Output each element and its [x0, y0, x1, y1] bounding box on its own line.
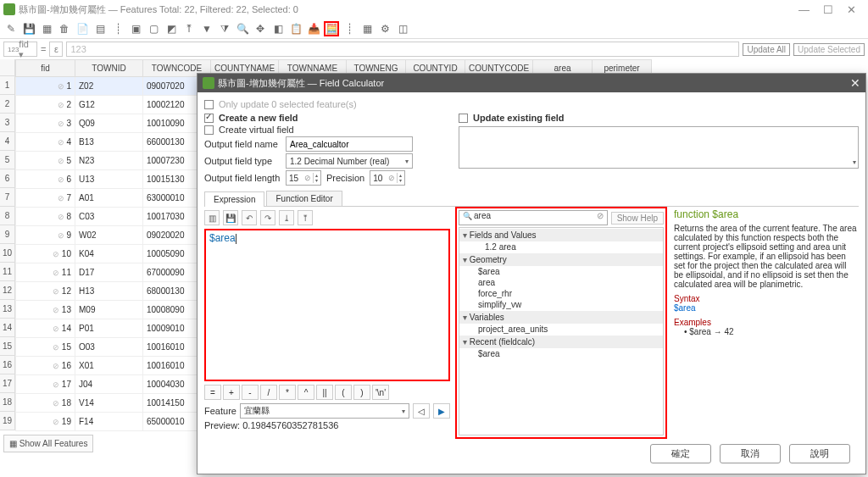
output-length-spin[interactable]: 15⊘ — [286, 170, 321, 186]
tree-item-dollar-area[interactable]: $area — [459, 266, 663, 277]
paste-icon[interactable]: 📥 — [306, 21, 321, 36]
row-number[interactable]: 12 — [0, 281, 15, 300]
cell[interactable]: ⊘ 16 — [16, 357, 75, 375]
dialog-close-icon[interactable]: ✕ — [850, 76, 860, 90]
operator-button[interactable]: ) — [353, 385, 370, 400]
settings-icon[interactable]: ⚙ — [377, 21, 392, 36]
cell[interactable]: ⊘ 2 — [16, 96, 75, 114]
field-combo[interactable]: 123 123fid ▾ — [3, 42, 37, 57]
filter2-icon[interactable]: ⧩ — [217, 21, 232, 36]
cell[interactable]: J04 — [75, 375, 143, 394]
cell[interactable]: M09 — [75, 301, 143, 319]
cell[interactable]: V14 — [75, 394, 143, 413]
operator-button[interactable]: * — [279, 385, 296, 400]
conditional-format-icon[interactable]: ▦ — [359, 21, 375, 36]
tree-group-recent[interactable]: Recent (fieldcalc) — [459, 336, 663, 348]
cell[interactable]: ⊘ 13 — [16, 301, 75, 319]
show-help-button[interactable]: Show Help — [611, 212, 664, 225]
show-all-features-button[interactable]: ▦ Show All Features — [3, 435, 93, 452]
cell[interactable]: ⊘ 11 — [16, 263, 75, 282]
expression-input[interactable]: 123 — [66, 42, 739, 57]
row-number[interactable]: 11 — [0, 263, 15, 281]
zoom-to-icon[interactable]: 🔍 — [235, 21, 250, 36]
filter-icon[interactable]: ▼ — [199, 21, 214, 36]
select-icon[interactable]: ▣ — [128, 21, 143, 36]
row-number[interactable]: 3 — [0, 114, 15, 132]
cell[interactable]: ⊘ 12 — [16, 282, 75, 301]
edit-pencil-icon[interactable]: ✎ — [3, 21, 19, 36]
row-number[interactable]: 19 — [0, 412, 15, 430]
update-all-button[interactable]: Update All — [743, 43, 790, 56]
cell[interactable]: ⊘ 8 — [16, 208, 75, 226]
cell[interactable]: Q09 — [75, 114, 143, 133]
cell[interactable]: H13 — [75, 282, 143, 301]
cell[interactable]: ⊘ 3 — [16, 114, 75, 133]
cell[interactable]: C03 — [75, 208, 143, 226]
precision-spin[interactable]: 10⊘ — [370, 170, 405, 186]
expr-save-icon[interactable]: 💾 — [223, 210, 238, 225]
expr-new-icon[interactable]: ▥ — [204, 210, 220, 225]
epsilon-button[interactable]: ε — [49, 42, 63, 57]
cell[interactable]: X01 — [75, 357, 143, 375]
row-number[interactable]: 1 — [0, 76, 15, 95]
cell[interactable]: A01 — [75, 189, 143, 208]
cell[interactable]: P01 — [75, 319, 143, 338]
cell[interactable]: ⊘ 15 — [16, 338, 75, 357]
cell[interactable]: ⊘ 6 — [16, 170, 75, 189]
row-number[interactable]: 16 — [0, 356, 15, 374]
cell[interactable]: ⊘ 1 — [16, 77, 75, 96]
tree-item-area-field[interactable]: 1.2 area — [459, 241, 663, 252]
row-number[interactable]: 2 — [0, 95, 15, 114]
cell[interactable]: K04 — [75, 245, 143, 263]
create-new-field-checkbox[interactable] — [204, 114, 214, 123]
invert-select-icon[interactable]: ◩ — [164, 21, 179, 36]
tree-item-recent-area[interactable]: $area — [459, 348, 663, 359]
expression-textarea[interactable]: $area — [204, 229, 450, 381]
update-existing-checkbox[interactable] — [459, 114, 468, 123]
create-virtual-checkbox[interactable] — [204, 125, 214, 135]
cell[interactable]: O03 — [75, 338, 143, 357]
copy-icon[interactable]: 📋 — [288, 21, 303, 36]
row-number[interactable]: 9 — [0, 225, 15, 244]
cell[interactable]: ⊘ 17 — [16, 375, 75, 394]
tree-item-area-fn[interactable]: area — [459, 277, 663, 288]
delete-feature-icon[interactable]: 🗑 — [57, 21, 72, 36]
function-tree[interactable]: Fields and Values 1.2 area Geometry $are… — [459, 227, 664, 435]
cell[interactable]: ⊘ 18 — [16, 394, 75, 413]
deselect-icon[interactable]: ▢ — [146, 21, 161, 36]
feature-combo[interactable]: 宜蘭縣 — [240, 403, 409, 419]
cell[interactable]: G12 — [75, 96, 143, 114]
cell[interactable]: N23 — [75, 152, 143, 170]
operator-button[interactable]: - — [242, 385, 259, 400]
column-header-fid[interactable]: fid — [16, 60, 75, 77]
tree-item-force-rhr[interactable]: force_rhr — [459, 288, 663, 299]
new-row-icon[interactable]: ▤ — [92, 21, 108, 36]
dock-icon[interactable]: ◫ — [395, 21, 410, 36]
cell[interactable]: W02 — [75, 226, 143, 245]
row-number[interactable]: 13 — [0, 300, 15, 319]
function-search-input[interactable]: area⊘ — [459, 210, 608, 225]
row-number[interactable]: 14 — [0, 319, 15, 337]
row-number[interactable]: 10 — [0, 244, 15, 263]
row-number[interactable]: 8 — [0, 207, 15, 225]
maximize-button[interactable]: ☐ — [823, 3, 833, 16]
cell[interactable]: F14 — [75, 413, 143, 431]
cell[interactable]: ⊘ 10 — [16, 245, 75, 263]
cell[interactable]: Z02 — [75, 77, 143, 96]
tree-group-fields[interactable]: Fields and Values — [459, 229, 663, 241]
update-selected-button[interactable]: Update Selected — [793, 43, 865, 56]
column-header-townid[interactable]: TOWNID — [75, 60, 143, 77]
operator-button[interactable]: || — [316, 385, 333, 400]
cell[interactable]: ⊘ 14 — [16, 319, 75, 338]
tree-group-variables[interactable]: Variables — [459, 311, 663, 324]
operator-button[interactable]: = — [204, 385, 221, 400]
cell[interactable]: ⊘ 19 — [16, 413, 75, 431]
expr-export-icon[interactable]: ⤒ — [298, 210, 313, 225]
cancel-button[interactable]: 取消 — [720, 444, 781, 463]
next-feature-button[interactable]: ▶ — [433, 403, 450, 419]
output-type-combo[interactable]: 1.2 Decimal Number (real) — [286, 153, 413, 169]
row-number[interactable]: 7 — [0, 188, 15, 207]
minimize-button[interactable]: — — [798, 3, 810, 16]
help-button[interactable]: 說明 — [789, 444, 850, 463]
cell[interactable]: D17 — [75, 263, 143, 282]
